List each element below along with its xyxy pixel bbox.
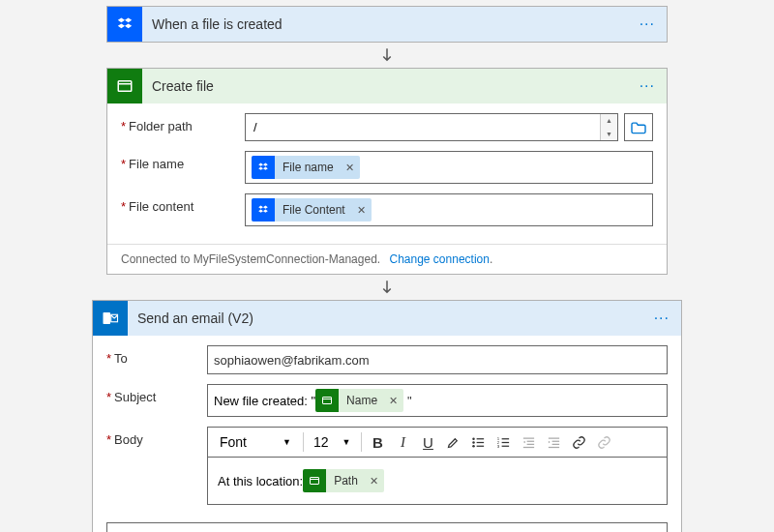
svg-point-4	[472, 437, 475, 440]
spinner-down-button[interactable]: ▼	[601, 128, 617, 141]
send-email-menu-button[interactable]: ···	[650, 310, 673, 327]
browse-folder-button[interactable]	[624, 113, 653, 141]
change-connection-link[interactable]: Change connection	[389, 252, 489, 266]
token-remove-button[interactable]: ✕	[351, 204, 372, 217]
create-file-footer: Connected to MyFileSystemConnection-Mana…	[107, 244, 667, 274]
body-label: Body	[106, 427, 207, 447]
send-email-title: Send an email (V2)	[137, 310, 650, 326]
body-input[interactable]: At this location: Path ✕	[207, 458, 668, 505]
send-email-header[interactable]: Send an email (V2) ···	[93, 301, 681, 336]
folder-open-icon	[630, 121, 647, 134]
number-list-button[interactable]: 123	[491, 429, 517, 456]
svg-rect-9	[477, 445, 485, 446]
subject-label: Subject	[106, 384, 207, 404]
svg-rect-23	[549, 446, 559, 447]
dropbox-icon	[107, 7, 142, 42]
name-token[interactable]: Name ✕	[315, 389, 403, 412]
token-remove-button[interactable]: ✕	[383, 395, 403, 407]
path-token[interactable]: Path ✕	[303, 469, 384, 492]
filesystem-icon	[303, 469, 326, 492]
svg-rect-24	[311, 478, 319, 485]
unlink-button[interactable]	[592, 429, 617, 456]
svg-rect-7	[477, 438, 485, 439]
rich-text-toolbar: Font▼ 12▼ B I U 123	[207, 427, 668, 458]
chevron-down-icon: ▼	[283, 437, 291, 447]
svg-point-5	[472, 441, 475, 444]
svg-rect-0	[118, 81, 132, 92]
token-remove-button[interactable]: ✕	[340, 162, 360, 174]
svg-rect-11	[502, 441, 510, 442]
folder-path-spinner: ▲ ▼	[600, 114, 617, 140]
indent-button[interactable]	[542, 429, 567, 456]
svg-rect-3	[323, 398, 332, 404]
svg-rect-10	[502, 438, 510, 439]
svg-rect-22	[552, 443, 560, 444]
svg-rect-21	[552, 440, 560, 441]
file-name-token[interactable]: File name ✕	[252, 156, 360, 179]
dropbox-icon	[252, 198, 275, 222]
filesystem-icon	[315, 389, 339, 412]
trigger-header[interactable]: When a file is created ···	[107, 7, 667, 42]
svg-rect-16	[523, 437, 534, 438]
filesystem-icon	[107, 69, 142, 103]
create-file-header[interactable]: Create file ···	[107, 69, 667, 103]
create-file-card: Create file ··· Folder path / ▲ ▼	[106, 68, 668, 275]
svg-rect-17	[527, 440, 535, 441]
arrow-icon	[378, 46, 396, 64]
token-remove-button[interactable]: ✕	[364, 475, 384, 488]
svg-rect-1	[104, 312, 111, 324]
subject-input[interactable]: New file created: " Name ✕ "	[207, 384, 668, 417]
svg-rect-8	[477, 441, 485, 442]
folder-path-input[interactable]: / ▲ ▼	[245, 113, 618, 141]
font-dropdown[interactable]: Font▼	[212, 434, 299, 450]
svg-rect-20	[549, 437, 559, 438]
file-content-label: File content	[121, 193, 245, 214]
trigger-title: When a file is created	[152, 16, 636, 32]
bold-button[interactable]: B	[366, 429, 391, 456]
highlight-button[interactable]	[441, 429, 466, 456]
file-name-input[interactable]: File name ✕	[245, 151, 653, 184]
dropbox-icon	[252, 156, 275, 179]
outdent-button[interactable]	[517, 429, 542, 456]
svg-rect-19	[523, 446, 534, 447]
svg-point-6	[472, 445, 475, 448]
chevron-down-icon: ▼	[342, 437, 351, 447]
link-button[interactable]	[567, 429, 592, 456]
bullet-list-button[interactable]	[466, 429, 491, 456]
file-content-token[interactable]: File Content ✕	[252, 198, 372, 222]
file-name-label: File name	[121, 151, 245, 171]
spinner-up-button[interactable]: ▲	[601, 114, 617, 128]
file-content-input[interactable]: File Content ✕	[245, 193, 653, 226]
trigger-card: When a file is created ···	[106, 6, 668, 43]
arrow-icon	[378, 279, 396, 296]
to-label: To	[106, 345, 207, 366]
svg-text:3: 3	[497, 443, 500, 448]
to-input[interactable]: sophiaowen@fabrikam.com	[207, 345, 668, 374]
italic-button[interactable]: I	[391, 429, 416, 456]
add-parameter-dropdown[interactable]: Add new parameter	[106, 522, 668, 532]
underline-button[interactable]: U	[416, 429, 441, 456]
svg-rect-12	[502, 445, 510, 446]
font-size-dropdown[interactable]: 12▼	[308, 434, 357, 450]
trigger-menu-button[interactable]: ···	[636, 15, 659, 33]
send-email-card: Send an email (V2) ··· To sophiaowen@fab…	[92, 300, 682, 532]
folder-path-label: Folder path	[121, 113, 245, 133]
svg-rect-18	[527, 443, 535, 444]
create-file-title: Create file	[152, 78, 636, 94]
outlook-icon	[93, 301, 128, 336]
create-file-menu-button[interactable]: ···	[636, 77, 659, 95]
